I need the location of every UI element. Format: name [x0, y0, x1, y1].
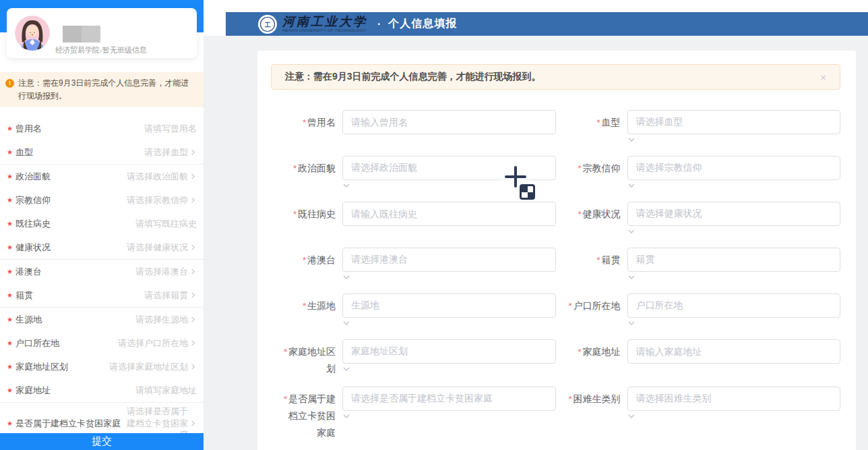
select-dropdown[interactable]: 家庭地址区划 — [342, 339, 556, 364]
text-input[interactable] — [342, 110, 556, 134]
sidebar-field-row[interactable]: ★籍贯请选择籍贯 — [0, 283, 204, 308]
form-row: *政治面貌请选择政治面貌*宗教信仰请选择宗教信仰 — [280, 156, 840, 192]
form-field-政治面貌: *政治面貌请选择政治面貌 — [280, 156, 556, 192]
required-star-icon: * — [293, 163, 297, 173]
sidebar-field-list: ★曾用名请填写曾用名★血型请选择血型★政治面貌请选择政治面貌★宗教信仰请选择宗教… — [0, 117, 204, 444]
form-field-健康状况: *健康状况请选择健康状况 — [565, 202, 841, 238]
form-field-籍贯: *籍贯籍贯 — [565, 248, 841, 284]
required-star-icon: ★ — [7, 268, 13, 275]
required-star-icon: * — [578, 163, 581, 173]
select-dropdown[interactable]: 请选择港澳台 — [342, 248, 556, 272]
chevron-right-icon — [189, 339, 197, 347]
text-input[interactable] — [342, 202, 556, 226]
chevron-down-icon — [342, 319, 350, 327]
text-input[interactable] — [627, 339, 841, 364]
select-dropdown[interactable]: 籍贯 — [627, 248, 841, 272]
required-star-icon: * — [303, 117, 306, 128]
select-dropdown[interactable]: 请选择困难生类别 — [627, 387, 841, 411]
close-icon[interactable]: × — [820, 72, 826, 82]
form-row: *曾用名*血型请选择血型 — [280, 110, 840, 146]
sidebar-field-row[interactable]: ★家庭地址区划请选择家庭地址区划 — [0, 355, 204, 378]
header-separator-dot: · — [377, 18, 381, 30]
field-label: *家庭地址 — [565, 339, 627, 360]
select-dropdown[interactable]: 请选择是否属于建档立卡贫困家庭 — [342, 387, 556, 411]
field-placeholder-value: 请填写既往病史 — [135, 215, 197, 233]
required-star-icon: * — [578, 209, 581, 219]
required-star-icon: ★ — [7, 387, 13, 394]
sidebar-field-row[interactable]: ★家庭地址请填写家庭地址 — [0, 378, 204, 403]
field-label: *生源地 — [280, 293, 342, 314]
field-label: *是否属于建档立卡贫困家庭 — [280, 387, 342, 441]
main-panel: 工 河南工业大学 HENAN UNIVERSITY OF TECHNOLOGY … — [204, 0, 868, 450]
field-label: 生源地 — [16, 314, 42, 326]
form-field-港澳台: *港澳台请选择港澳台 — [280, 248, 556, 284]
submit-button[interactable]: 提交 — [0, 433, 204, 450]
required-star-icon: ★ — [7, 316, 13, 323]
form-field-困难生类别: *困难生类别请选择困难生类别 — [565, 387, 841, 423]
field-label: 血型 — [16, 146, 33, 159]
sidebar-field-row[interactable]: ★港澳台请选择港澳台 — [0, 260, 204, 283]
avatar-girl-illustration — [15, 16, 50, 51]
chevron-right-icon — [189, 291, 197, 299]
chevron-right-icon — [189, 363, 197, 370]
sidebar-notice-text: 注意：需在9月3日前完成个人信息完善，才能进行现场报到。 — [18, 77, 195, 103]
form-field-生源地: *生源地生源地 — [280, 293, 556, 330]
select-dropdown[interactable]: 请选择宗教信仰 — [627, 156, 841, 180]
university-seal-logo: 工 — [258, 15, 277, 34]
sidebar-field-row[interactable]: ★宗教信仰请选择宗教信仰 — [0, 188, 204, 212]
chevron-right-icon — [189, 173, 197, 180]
sidebar-field-row[interactable]: ★血型请选择血型 — [0, 140, 204, 165]
field-label: 宗教信仰 — [16, 194, 51, 206]
form-field-血型: *血型请选择血型 — [565, 110, 841, 146]
required-star-icon: * — [596, 117, 600, 128]
chevron-right-icon — [189, 244, 197, 251]
avatar — [15, 16, 50, 51]
field-label: 港澳台 — [16, 266, 42, 278]
field-placeholder-value: 请选择政治面貌 — [127, 168, 188, 186]
form-row: *是否属于建档立卡贫困家庭请选择是否属于建档立卡贫困家庭*困难生类别请选择困难生… — [280, 387, 840, 441]
warning-banner-text: 注意：需在9月3日前完成个人信息完善，才能进行现场报到。 — [285, 71, 541, 83]
svg-text:工: 工 — [265, 21, 271, 28]
select-dropdown[interactable]: 生源地 — [342, 293, 556, 318]
field-label: 户口所在地 — [16, 337, 59, 349]
select-dropdown[interactable]: 请选择健康状况 — [627, 202, 841, 226]
sidebar-field-row[interactable]: ★健康状况请选择健康状况 — [0, 235, 204, 260]
sidebar-notice: ! 注意：需在9月3日前完成个人信息完善，才能进行现场报到。 — [0, 72, 204, 107]
required-star-icon: * — [568, 394, 571, 404]
chevron-right-icon — [189, 316, 197, 323]
sidebar-field-row[interactable]: ★政治面貌请选择政治面貌 — [0, 165, 204, 188]
university-wordmark: 河南工业大学 HENAN UNIVERSITY OF TECHNOLOGY — [282, 16, 367, 32]
sidebar-field-row[interactable]: ★既往病史请填写既往病史 — [0, 212, 204, 235]
chevron-down-icon — [342, 181, 350, 190]
field-placeholder-value: 请选择生源地 — [135, 311, 188, 329]
select-dropdown[interactable]: 请选择政治面貌 — [342, 156, 556, 180]
field-label: *港澳台 — [280, 248, 342, 269]
redacted-student-name — [63, 26, 100, 43]
field-label: 曾用名 — [16, 123, 42, 135]
form-row: *生源地生源地*户口所在地户口所在地 — [280, 293, 840, 330]
required-star-icon: * — [578, 347, 581, 357]
field-placeholder-value: 请选择健康状况 — [127, 239, 188, 256]
form-row: *既往病史*健康状况请选择健康状况 — [280, 202, 840, 238]
required-star-icon: * — [284, 347, 287, 357]
field-placeholder-value: 请填写曾用名 — [144, 120, 197, 138]
sidebar-field-row[interactable]: ★户口所在地请选择户口所在地 — [0, 331, 204, 355]
field-label: 家庭地址 — [16, 385, 51, 397]
sidebar-field-row[interactable]: ★曾用名请填写曾用名 — [0, 117, 204, 140]
form-field-是否属于建档立卡贫困家庭: *是否属于建档立卡贫困家庭请选择是否属于建档立卡贫困家庭 — [280, 387, 556, 441]
required-star-icon: ★ — [7, 173, 13, 180]
field-label: *宗教信仰 — [565, 156, 627, 177]
required-star-icon: ★ — [7, 125, 13, 132]
mobile-preview-panel: 经济贸易学院-暂无班级信息 ! 注意：需在9月3日前完成个人信息完善，才能进行现… — [0, 0, 204, 450]
select-dropdown[interactable]: 户口所在地 — [627, 293, 841, 318]
field-placeholder-value: 请选择家庭地址区划 — [109, 358, 188, 376]
form-field-既往病史: *既往病史 — [280, 202, 556, 226]
chevron-down-icon — [627, 273, 636, 281]
form-field-宗教信仰: *宗教信仰请选择宗教信仰 — [565, 156, 841, 192]
required-star-icon: * — [596, 255, 600, 265]
chevron-down-icon — [342, 412, 350, 420]
sidebar-field-row[interactable]: ★生源地请选择生源地 — [0, 308, 204, 331]
field-label: 是否属于建档立卡贫困家庭 — [16, 418, 121, 430]
field-placeholder-value: 请选择港澳台 — [135, 263, 188, 281]
select-dropdown[interactable]: 请选择血型 — [627, 110, 841, 134]
